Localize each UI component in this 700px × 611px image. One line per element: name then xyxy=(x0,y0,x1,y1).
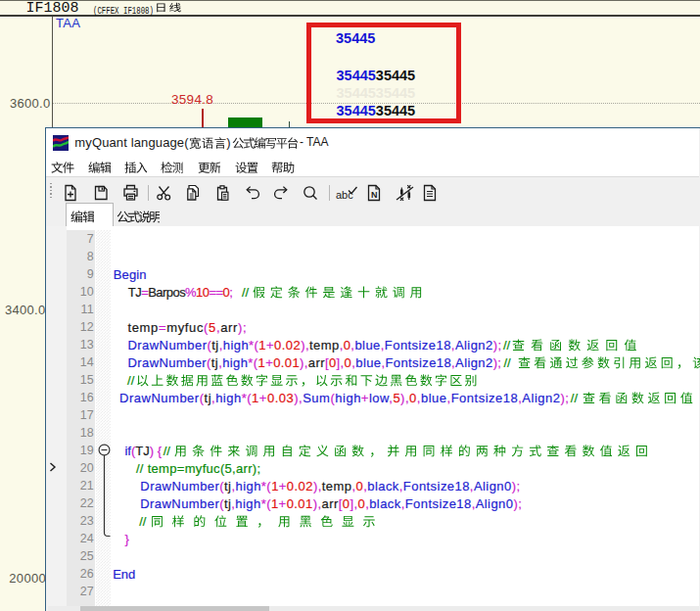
svg-text:abc: abc xyxy=(336,189,353,201)
svg-text:N: N xyxy=(371,190,378,200)
